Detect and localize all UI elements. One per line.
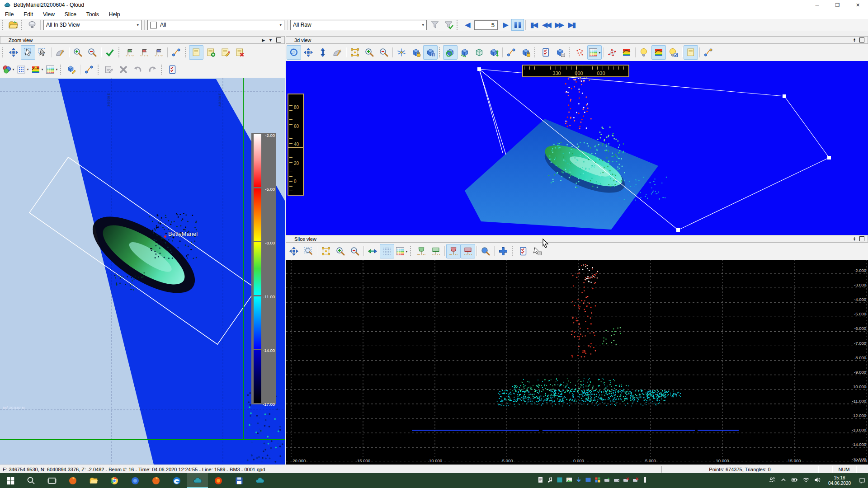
- play-button[interactable]: ▶: [499, 19, 511, 31]
- menu-slice[interactable]: Slice: [60, 10, 81, 19]
- notes-icon[interactable]: [189, 45, 203, 60]
- note-add-icon[interactable]: [203, 45, 218, 60]
- pan-view-icon[interactable]: [6, 45, 21, 60]
- draw-line-icon[interactable]: [82, 62, 96, 77]
- data-filter-select[interactable]: All Raw ▾: [290, 20, 427, 30]
- tray-drive-icon[interactable]: [613, 476, 620, 485]
- tray-window-icon[interactable]: [585, 476, 592, 485]
- taskbar-app-firefox-2[interactable]: [146, 473, 166, 488]
- select-icon[interactable]: [21, 45, 35, 60]
- axes-icon[interactable]: [394, 45, 409, 60]
- measure-3d-icon[interactable]: [330, 45, 344, 60]
- panel-overflow-button[interactable]: ▶: [262, 38, 265, 42]
- task-view-button[interactable]: [42, 473, 62, 488]
- volume-icon[interactable]: [814, 476, 821, 485]
- reject-box-icon[interactable]: [461, 244, 475, 258]
- color-map-icon[interactable]: ▾: [44, 62, 59, 77]
- zoom-in-icon[interactable]: [71, 45, 85, 60]
- filter-icon[interactable]: [428, 19, 442, 31]
- grow-view-icon[interactable]: [458, 45, 472, 60]
- zoom-out-icon[interactable]: [85, 45, 99, 60]
- menu-tools[interactable]: Tools: [81, 10, 104, 19]
- zoom-extents-slice-icon[interactable]: [319, 244, 333, 258]
- grid-icon[interactable]: [380, 244, 394, 258]
- accept-icon[interactable]: [103, 45, 117, 60]
- skip-first-button[interactable]: ▮◀: [527, 19, 540, 31]
- zoom-out-slice-icon[interactable]: [348, 244, 362, 258]
- menu-view[interactable]: View: [38, 10, 60, 19]
- tray-drive-error-icon-2[interactable]: [632, 476, 639, 485]
- taskbar-app-firefox[interactable]: [62, 473, 83, 488]
- zoom-extents-icon[interactable]: [348, 45, 362, 60]
- wifi-icon[interactable]: [802, 476, 810, 485]
- validate-slice-icon[interactable]: [516, 244, 530, 258]
- viewport-3d[interactable]: 330000030 806040200: [286, 61, 868, 235]
- restore-button[interactable]: ❐: [827, 0, 848, 10]
- point-display-icon[interactable]: ▾: [15, 62, 30, 77]
- refresh-view-icon[interactable]: [443, 45, 458, 60]
- menu-file[interactable]: File: [0, 10, 19, 19]
- skip-last-button[interactable]: ▶▮: [565, 19, 578, 31]
- tray-download-icon[interactable]: [575, 476, 582, 485]
- tray-cube-icon[interactable]: [556, 476, 563, 485]
- panel-updown-button[interactable]: ▲▼: [853, 237, 856, 241]
- tray-image-icon[interactable]: [566, 476, 573, 485]
- panel-maximize-button[interactable]: [859, 38, 864, 42]
- rotate-icon[interactable]: [287, 45, 301, 60]
- annotate-cube-icon[interactable]: [553, 45, 567, 60]
- notes-3d-icon[interactable]: [684, 45, 698, 60]
- filter-active-icon[interactable]: [442, 19, 455, 31]
- layer-filter-checkbox[interactable]: [150, 22, 157, 28]
- map-viewport[interactable]: 346700 E 346800 E BettyMariel 54° 20.540…: [0, 78, 285, 465]
- accept-box-icon[interactable]: [429, 244, 443, 258]
- panel-updown-button[interactable]: ▲▼: [853, 38, 856, 42]
- menu-edit[interactable]: Edit: [19, 10, 38, 19]
- note-delete-icon[interactable]: [232, 45, 247, 60]
- note-edit-icon[interactable]: [218, 45, 232, 60]
- tin-icon[interactable]: [605, 45, 619, 60]
- zoom-in-3d-icon[interactable]: [362, 45, 377, 60]
- start-button[interactable]: [0, 473, 21, 488]
- flag-green-icon[interactable]: [123, 45, 137, 60]
- shaded-surface-icon[interactable]: [651, 45, 666, 60]
- tray-expand-icon[interactable]: [780, 476, 787, 485]
- taskbar-app-floppy[interactable]: [229, 473, 250, 488]
- zoom-window-icon[interactable]: [301, 244, 316, 258]
- profile-3d-icon[interactable]: [701, 45, 716, 60]
- lock-view-icon[interactable]: [409, 45, 423, 60]
- taskbar-app-explorer[interactable]: [83, 473, 104, 488]
- add-point-icon[interactable]: [496, 244, 510, 258]
- cube-scale-icon[interactable]: [486, 45, 501, 60]
- taskbar-app-blue[interactable]: [125, 473, 146, 488]
- bounding-hex-icon[interactable]: [472, 45, 486, 60]
- taskbar-app-edge[interactable]: [166, 473, 187, 488]
- taskbar-clock[interactable]: 15:18 04.06.2020: [824, 473, 855, 488]
- flag-blue-icon[interactable]: [151, 45, 166, 60]
- step-back-button[interactable]: ◀: [461, 19, 473, 31]
- tray-battery-icon[interactable]: [642, 476, 649, 485]
- action-center-button[interactable]: [856, 473, 868, 488]
- pause-button[interactable]: [511, 19, 524, 31]
- tray-mosaic-icon[interactable]: [594, 476, 601, 485]
- tray-drive-error-icon[interactable]: [623, 476, 630, 485]
- slice-lock-icon[interactable]: [519, 45, 533, 60]
- light-settings-icon[interactable]: [666, 45, 680, 60]
- point-cloud-icon[interactable]: [573, 45, 587, 60]
- frame-number-input[interactable]: 5: [474, 20, 498, 30]
- taskbar-app-chrome[interactable]: [104, 473, 125, 488]
- reject-flag-icon[interactable]: [446, 244, 461, 258]
- pan-slice-icon[interactable]: [287, 244, 301, 258]
- validate-icon[interactable]: [165, 62, 179, 77]
- tray-doc-icon[interactable]: [537, 476, 544, 485]
- rewind-button[interactable]: ◀◀: [540, 19, 552, 31]
- profile-line-icon[interactable]: [169, 45, 184, 60]
- menu-help[interactable]: Help: [104, 10, 125, 19]
- snapshot-icon[interactable]: [25, 19, 39, 31]
- vertical-exaggeration-icon[interactable]: [316, 45, 330, 60]
- search-button[interactable]: [21, 473, 42, 488]
- pause-view-icon[interactable]: [423, 45, 438, 60]
- view-mode-select[interactable]: All In 3D View ▾: [43, 20, 142, 30]
- validate-3d-icon[interactable]: [538, 45, 553, 60]
- slice-view-header[interactable]: Slice view ▲▼: [286, 235, 868, 243]
- redo-icon[interactable]: [145, 62, 160, 77]
